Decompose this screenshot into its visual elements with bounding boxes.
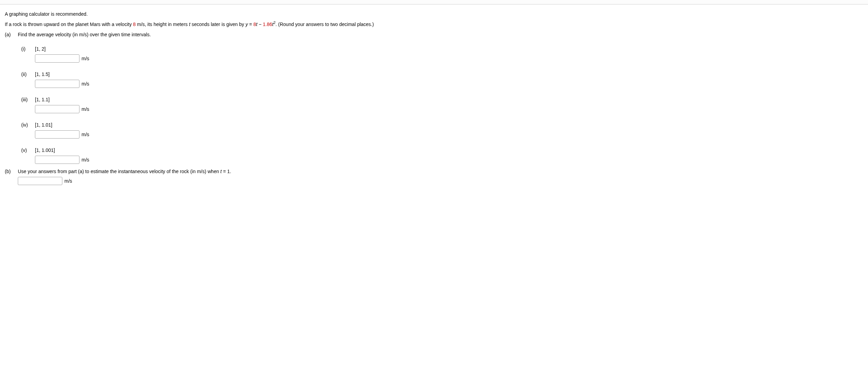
problem-prefix: If a rock is thrown upward on the planet… [5,22,133,27]
part-a-sublist: (i) [1, 2] m/s (ii) [1, 1.5] m/s (iii) [… [21,46,863,164]
unit-label: m/s [82,157,89,162]
unit-label: m/s [82,81,89,87]
eq-spacer: = [248,22,253,27]
part-b-label: (b) [5,169,18,190]
unit-label: m/s [82,132,89,137]
part-b-eq: = 1. [222,169,231,174]
answer-row: m/s [35,156,863,164]
part-a-text: Find the average velocity (in m/s) over … [18,32,863,37]
minus: − [257,22,263,27]
top-divider [0,0,868,4]
answer-input-a-ii[interactable] [35,80,79,88]
answer-row: m/s [35,130,863,139]
unit-label: m/s [82,56,89,61]
interval-text: [1, 1.1] [35,97,50,102]
sub-item: (i) [1, 2] [21,46,863,52]
problem-statement: If a rock is thrown upward on the planet… [5,22,863,27]
interval-text: [1, 1.001] [35,147,55,153]
answer-row-b: m/s [18,177,863,185]
interval-text: [1, 1.01] [35,122,52,128]
sub-label: (iv) [21,122,35,128]
answer-row: m/s [35,80,863,88]
sub-item: (v) [1, 1.001] [21,147,863,153]
velocity-value: 8 [133,22,136,27]
intro-text: A graphing calculator is recommended. [5,11,863,17]
sub-item: (iii) [1, 1.1] [21,97,863,102]
unit-label: m/s [64,178,72,184]
answer-input-a-iii[interactable] [35,105,79,113]
problem-mid2: seconds later is given by [190,22,246,27]
part-b-row: (b) Use your answers from part (a) to es… [5,169,863,190]
part-a-row: (a) Find the average velocity (in m/s) o… [5,32,863,37]
answer-row: m/s [35,105,863,113]
answer-input-a-iv[interactable] [35,130,79,139]
term2-coef: 1.86 [263,22,272,27]
part-a-label: (a) [5,32,18,37]
question-content: A graphing calculator is recommended. If… [0,4,868,198]
interval-text: [1, 1.5] [35,72,50,77]
part-b-prefix: Use your answers from part (a) to estima… [18,169,220,174]
answer-input-a-i[interactable] [35,54,79,63]
var-y: y [246,22,248,27]
sub-item: (iv) [1, 1.01] [21,122,863,128]
sub-label: (ii) [21,72,35,77]
unit-label: m/s [82,106,89,112]
sub-item: (ii) [1, 1.5] [21,72,863,77]
answer-input-a-v[interactable] [35,156,79,164]
sub-label: (v) [21,147,35,153]
problem-mid1: m/s, its height in meters [136,22,189,27]
sub-label: (iii) [21,97,35,102]
answer-row: m/s [35,54,863,63]
interval-text: [1, 2] [35,46,46,52]
part-b-text: Use your answers from part (a) to estima… [18,169,863,190]
problem-suffix: . (Round your answers to two decimal pla… [275,22,374,27]
answer-input-b[interactable] [18,177,62,185]
sub-label: (i) [21,46,35,52]
